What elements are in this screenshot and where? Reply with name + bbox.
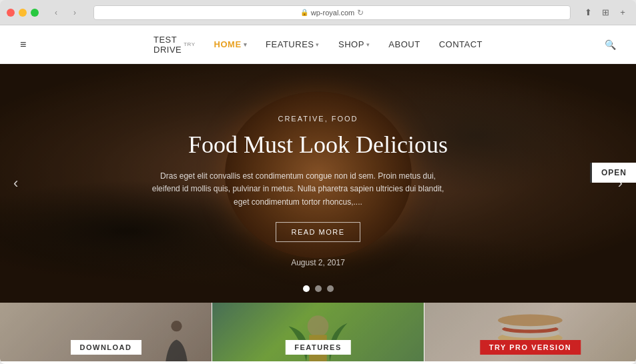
back-button[interactable]: ‹ — [48, 7, 64, 18]
hamburger-menu[interactable]: ≡ — [20, 39, 26, 51]
nav-item-test-drive[interactable]: TEST DRIVETRY — [153, 35, 196, 55]
nav-item-home[interactable]: HOME ▾ — [214, 39, 248, 49]
search-icon[interactable]: 🔍 — [605, 39, 616, 50]
download-label[interactable]: DOWNLOAD — [71, 340, 141, 355]
read-more-button[interactable]: READ MORE — [276, 222, 360, 242]
browser-window: ‹ › 🔒 wp-royal.com ↻ ⬆ ⊞ + ≡ TEST DRIVET… — [0, 0, 636, 364]
nav-buttons: ‹ › — [48, 7, 83, 18]
shop-chevron-icon: ▾ — [366, 41, 370, 48]
hero-description: Dras eget elit convallis est condimentum… — [151, 170, 445, 209]
hero-title: Food Must Look Delicious — [151, 131, 485, 159]
browser-toolbar-right: ⬆ ⊞ + — [581, 7, 629, 18]
try-pro-label[interactable]: TRY PRO VERSION — [480, 340, 581, 355]
nav-item-about[interactable]: ABOUT — [388, 39, 420, 49]
card-features[interactable]: FEATURES — [212, 303, 424, 361]
nav-item-shop[interactable]: SHOP ▾ — [338, 39, 370, 49]
open-panel-button[interactable]: OPEN — [590, 163, 636, 183]
nav-item-contact[interactable]: CONTACT — [439, 39, 483, 49]
card-download[interactable]: DOWNLOAD — [0, 303, 212, 361]
hero-date: August 2, 2017 — [151, 258, 485, 267]
features-label[interactable]: FEATURES — [285, 340, 350, 355]
slider-prev-button[interactable]: ‹ — [7, 168, 25, 199]
browser-titlebar: ‹ › 🔒 wp-royal.com ↻ ⬆ ⊞ + — [0, 0, 636, 25]
lock-icon: 🔒 — [300, 9, 308, 16]
hero-image: CREATIVE, FOOD Food Must Look Delicious … — [0, 64, 636, 303]
hero-category: CREATIVE, FOOD — [151, 115, 485, 123]
site-navigation: ≡ TEST DRIVETRY HOME ▾ FEATURES ▾ SHOP ▾… — [0, 25, 636, 64]
maximize-button[interactable] — [31, 9, 39, 17]
hero-content: CREATIVE, FOOD Food Must Look Delicious … — [151, 115, 485, 267]
url-text: wp-royal.com — [311, 9, 354, 17]
bottom-cards: DOWNLOAD FEATURES — [0, 303, 636, 361]
slider-dot-1[interactable] — [303, 285, 310, 292]
slider-dot-3[interactable] — [327, 285, 334, 292]
new-tab-button[interactable]: + — [616, 7, 629, 18]
close-button[interactable] — [7, 9, 15, 17]
add-tab-icon[interactable]: ⊞ — [599, 7, 612, 18]
share-icon[interactable]: ⬆ — [581, 7, 595, 18]
nav-links: TEST DRIVETRY HOME ▾ FEATURES ▾ SHOP ▾ A… — [153, 35, 483, 55]
refresh-button[interactable]: ↻ — [357, 8, 364, 17]
website-content: ≡ TEST DRIVETRY HOME ▾ FEATURES ▾ SHOP ▾… — [0, 25, 636, 364]
card-try-pro[interactable]: TRY PRO VERSION — [424, 303, 636, 361]
forward-button[interactable]: › — [67, 7, 83, 18]
home-chevron-icon: ▾ — [244, 41, 248, 48]
address-bar[interactable]: 🔒 wp-royal.com ↻ — [93, 5, 571, 20]
nav-item-features[interactable]: FEATURES ▾ — [266, 39, 320, 49]
slider-dots — [303, 285, 334, 292]
minimize-button[interactable] — [19, 9, 27, 17]
slider-dot-2[interactable] — [315, 285, 322, 292]
features-chevron-icon: ▾ — [316, 41, 320, 48]
hero-slider: CREATIVE, FOOD Food Must Look Delicious … — [0, 64, 636, 303]
